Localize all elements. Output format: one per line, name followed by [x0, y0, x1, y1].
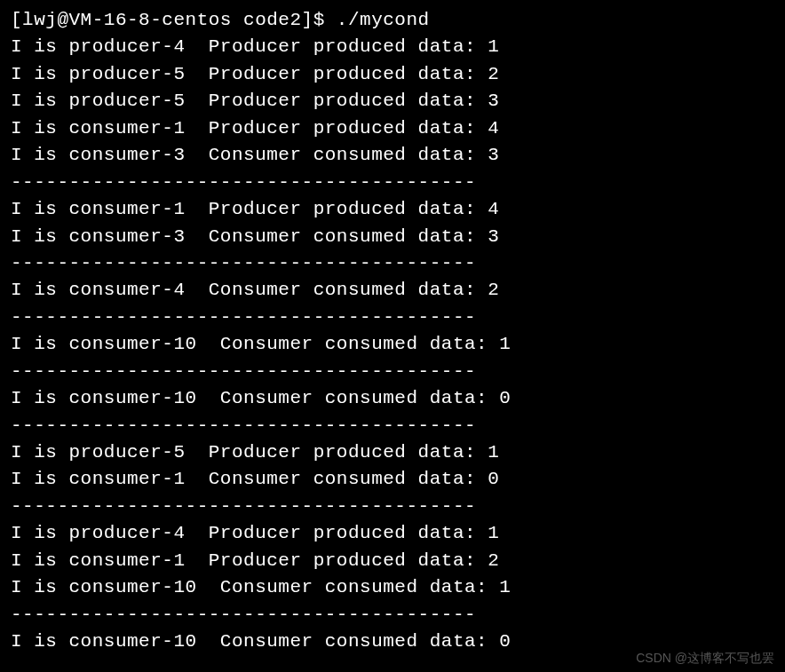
output-line: I is consumer-10 Consumer consumed data:… — [11, 331, 774, 358]
output-line: I is consumer-10 Consumer consumed data:… — [11, 385, 774, 412]
separator-line: ---------------------------------------- — [11, 413, 774, 439]
output-line: I is producer-5 Producer produced data: … — [11, 61, 774, 88]
output-line: I is consumer-3 Consumer consumed data: … — [11, 224, 774, 250]
output-line: I is producer-4 Producer produced data: … — [11, 34, 774, 60]
output-line: I is consumer-3 Consumer consumed data: … — [11, 142, 774, 169]
separator-line: ---------------------------------------- — [11, 250, 774, 277]
watermark-text: CSDN @这博客不写也罢 — [636, 649, 774, 667]
separator-line: ---------------------------------------- — [11, 494, 774, 520]
terminal-output: [lwj@VM-16-8-centos code2]$ ./mycond I i… — [11, 7, 774, 656]
output-line: I is consumer-1 Consumer consumed data: … — [11, 466, 774, 493]
command-prompt-line[interactable]: [lwj@VM-16-8-centos code2]$ ./mycond — [11, 7, 774, 34]
output-line: I is producer-5 Producer produced data: … — [11, 439, 774, 466]
output-line: I is consumer-4 Consumer consumed data: … — [11, 277, 774, 304]
output-line: I is consumer-1 Producer produced data: … — [11, 548, 774, 574]
output-line: I is producer-4 Producer produced data: … — [11, 520, 774, 547]
separator-line: ---------------------------------------- — [11, 170, 774, 196]
output-line: I is consumer-10 Consumer consumed data:… — [11, 574, 774, 601]
separator-line: ---------------------------------------- — [11, 359, 774, 385]
output-line: I is consumer-1 Producer produced data: … — [11, 115, 774, 142]
separator-line: ---------------------------------------- — [11, 602, 774, 629]
output-line: I is producer-5 Producer produced data: … — [11, 88, 774, 115]
separator-line: ---------------------------------------- — [11, 304, 774, 331]
output-line: I is consumer-1 Producer produced data: … — [11, 196, 774, 223]
